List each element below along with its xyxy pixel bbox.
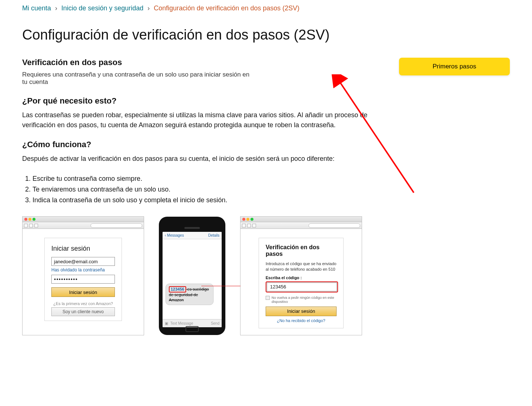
messages-header: ‹ Messages Details [163,232,222,239]
twosv-title: Verificación en dos pasos [266,244,337,257]
no-code-link: ¿No ha recibido el código? [266,318,337,323]
forgot-password-link: Has olvidado la contraseña [51,267,115,273]
nav-fwd-icon [247,224,251,227]
list-item: Escribe tu contraseña como siempre. [33,173,510,184]
breadcrumb-link-account[interactable]: Mi cuenta [22,4,51,12]
messages-back-link: ‹ Messages [165,233,184,237]
breadcrumb-separator: › [147,4,150,12]
signin-button: Iniciar sesión [51,287,115,297]
new-customer-button: Soy un cliente nuevo [51,307,115,316]
messages-details-link: Details [208,233,219,237]
url-bar [308,223,360,228]
page-title: Configuración de verificación en dos pas… [22,27,510,43]
email-field: janedoe@email.com [51,257,115,266]
window-titlebar [241,217,362,222]
sms-bubble: 123456 es sucódigo de seguridad de Amazo… [166,284,214,305]
close-dot-icon [24,218,27,221]
code-input: 123456 [267,282,337,291]
checkbox-label: No vuelva a pedir ningún código en este … [272,295,337,304]
illus-browser-login: Iniciar sesión janedoe@email.com Has olv… [22,216,144,335]
message-placeholder: Text Message [168,321,211,325]
twosv-signin-button: Iniciar sesión [266,307,337,316]
twosv-instructions: Introduzca el código que se ha enviado a… [266,261,337,272]
browser-address-bar [241,222,362,229]
phone-speaker-icon [184,227,200,229]
twosv-card: Verificación en dos pasos Introduzca el … [259,238,344,328]
breadcrumb-link-security[interactable]: Inicio de sesión y seguridad [61,4,143,12]
window-titlebar [23,217,144,222]
camera-icon: ▣ [165,321,168,325]
list-item: Indica la contraseña de un solo uso y co… [33,195,510,206]
url-bar [91,223,142,228]
illus-phone: ‹ Messages Details 123456 es sucódigo de… [159,217,225,335]
send-label: Send [211,321,219,325]
illustration-row: Iniciar sesión janedoe@email.com Has olv… [22,216,510,335]
breadcrumb-separator: › [55,4,57,12]
maximize-dot-icon [250,218,253,221]
nav-reload-icon [34,224,38,227]
nav-reload-icon [252,224,256,227]
subsection-heading: Verificación en dos pasos [22,58,384,67]
breadcrumb-current: Configuración de verificación en dos pas… [154,4,299,12]
why-heading: ¿Por qué necesito esto? [22,96,510,106]
code-input-highlight: 123456 [266,281,338,292]
list-item: Te enviaremos una contraseña de un solo … [33,184,510,195]
first-time-text: ¿Es la primera vez con Amazon? [51,301,115,306]
minimize-dot-icon [28,218,31,221]
subsection-description: Requieres una contraseña y una contraseñ… [22,71,251,86]
how-steps-list: Escribe tu contraseña como siempre. Te e… [33,173,510,205]
nav-back-icon [24,224,28,227]
browser-address-bar [23,222,144,229]
phone-screen: ‹ Messages Details 123456 es sucódigo de… [163,232,222,327]
login-title: Iniciar sesión [51,245,115,253]
how-intro: Después de activar la verificación en do… [22,154,377,164]
get-started-button[interactable]: Primeros pasos [399,58,510,75]
minimize-dot-icon [246,218,249,221]
checkbox-icon [266,296,270,300]
nav-back-icon [242,224,246,227]
sms-code: 123456 [169,286,186,292]
password-field: ●●●●●●●●●● [51,275,115,284]
illus-browser-2sv: Verificación en dos pasos Introduzca el … [240,216,362,335]
login-card: Iniciar sesión janedoe@email.com Has olv… [44,238,122,321]
code-label: Escriba el código : [266,275,337,280]
close-dot-icon [242,218,245,221]
maximize-dot-icon [33,218,35,221]
why-body: Las contraseñas se pueden robar, especia… [22,110,377,130]
home-button-icon [185,326,199,332]
breadcrumb: Mi cuenta › Inicio de sesión y seguridad… [22,4,510,12]
nav-fwd-icon [29,224,33,227]
remember-device-checkbox: No vuelva a pedir ningún código en este … [266,295,337,304]
how-heading: ¿Cómo funciona? [22,140,510,149]
